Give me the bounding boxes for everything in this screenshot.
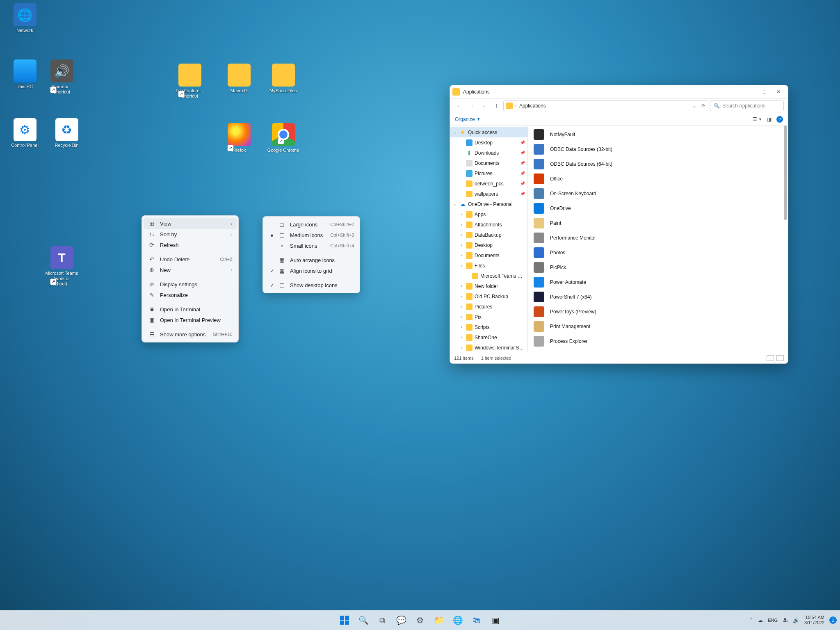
tray-chevron-icon[interactable]: ˄ — [750, 617, 753, 623]
tray-language[interactable]: ENG — [768, 618, 778, 623]
menu-item-new[interactable]: ⊕New› — [144, 265, 237, 275]
file-item-process-explorer[interactable]: Process Explorer — [528, 334, 788, 349]
refresh-button[interactable]: ⟳ — [701, 103, 705, 109]
expand-icon[interactable]: › — [459, 222, 464, 227]
recent-button[interactable]: ⌄ — [479, 100, 489, 111]
tree-item-apps[interactable]: › Apps — [450, 209, 527, 219]
tree-item-between-pcs[interactable]: between_pcs 📌 — [450, 178, 527, 189]
menu-item-personalize[interactable]: ✎Personalize — [144, 290, 237, 300]
desktop-icon-myshare[interactable]: MyShareFiles — [266, 64, 301, 94]
tree-item-quick-access[interactable]: ⌄ ★ Quick access — [450, 127, 527, 137]
file-item-performance-monitor[interactable]: Performance Monitor — [528, 231, 788, 245]
desktop-icon-chrome[interactable]: ↗Google Chrome — [266, 123, 301, 153]
expand-icon[interactable]: › — [459, 243, 464, 247]
tree-item-microsoft-teams-chat-files[interactable]: Microsoft Teams Chat Files — [450, 271, 527, 281]
volume-tray-icon[interactable]: 🔊 — [793, 617, 799, 623]
search-button[interactable]: 🔍 — [355, 612, 372, 628]
desktop-icon-network[interactable]: 🌐Network — [7, 3, 42, 33]
menu-item-small-icons[interactable]: ▫Small iconsCtrl+Shift+4 — [265, 240, 358, 251]
edge-button[interactable]: 🌐 — [450, 612, 466, 628]
tree-item-pix[interactable]: › Pix — [450, 312, 527, 322]
menu-item-open-in-terminal[interactable]: ▣Open in Terminal — [144, 304, 237, 315]
tree-item-old-pc-backup[interactable]: › Old PC Backup — [450, 291, 527, 301]
tree-item-shareone[interactable]: › ShareOne — [450, 332, 527, 342]
expand-icon[interactable]: › — [459, 315, 464, 319]
desktop-icon-thispc[interactable]: This PC — [7, 59, 42, 89]
expand-icon[interactable]: › — [459, 233, 464, 237]
start-button[interactable] — [336, 612, 353, 628]
file-item-photos[interactable]: Photos — [528, 245, 788, 260]
file-item-onedrive[interactable]: OneDrive — [528, 201, 788, 216]
file-item-powertoys-preview-[interactable]: PowerToys (Preview) — [528, 304, 788, 319]
tree-item-documents[interactable]: › Documents — [450, 250, 527, 260]
expand-icon[interactable]: › — [459, 284, 464, 288]
terminal-button[interactable]: ▣ — [487, 612, 504, 628]
file-item-office[interactable]: Office — [528, 171, 788, 186]
menu-item-view[interactable]: ⊞View› — [144, 218, 237, 229]
file-item-print-management[interactable]: Print Management — [528, 319, 788, 334]
tree-item-windows-terminal-settings[interactable]: › Windows Terminal Settings — [450, 342, 527, 353]
expand-icon[interactable]: › — [459, 294, 464, 299]
chevron-down-icon[interactable]: ⌄ — [692, 103, 696, 109]
expand-icon[interactable]: › — [459, 253, 464, 258]
menu-item-display-settings[interactable]: ⎚Display settings — [144, 279, 237, 290]
notification-badge[interactable]: 1 — [829, 616, 837, 624]
store-button[interactable]: 🛍 — [468, 612, 485, 628]
menu-item-auto-arrange-icons[interactable]: ▦Auto arrange icons — [265, 255, 358, 265]
tree-item-databackup[interactable]: › DataBackup — [450, 230, 527, 240]
desktop-icon-recyclebin[interactable]: ♻Recycle Bin — [49, 118, 84, 148]
file-item-notmyfault[interactable]: NotMyFault — [528, 127, 788, 142]
expand-icon[interactable]: ⌄ — [452, 130, 457, 135]
chat-button[interactable]: 💬 — [393, 612, 409, 628]
maximize-button[interactable]: ◻ — [758, 87, 772, 97]
file-item-paint[interactable]: Paint — [528, 216, 788, 231]
details-view-button[interactable] — [767, 355, 774, 361]
menu-item-open-in-terminal-preview[interactable]: ▣Open in Terminal Preview — [144, 315, 237, 325]
file-item-picpick[interactable]: PicPick — [528, 260, 788, 275]
menu-item-undo-delete[interactable]: ↶Undo DeleteCtrl+Z — [144, 254, 237, 265]
menu-item-show-more-options[interactable]: ☰Show more optionsShift+F10 — [144, 329, 237, 340]
organize-button[interactable]: Organize ▼ — [455, 116, 481, 122]
menu-item-sort-by[interactable]: ↑↓Sort by› — [144, 229, 237, 240]
desktop-icon-narrator[interactable]: 🔊↗Narrator - Shortcut — [44, 59, 79, 95]
desktop-icon-firefox[interactable]: ↗Firefox — [221, 123, 256, 153]
titlebar[interactable]: Applications — ◻ ✕ — [450, 85, 788, 98]
tree-item-downloads[interactable]: ⬇ Downloads 📌 — [450, 148, 527, 158]
tree-item-documents[interactable]: Documents 📌 — [450, 158, 527, 168]
menu-item-large-icons[interactable]: ◻Large iconsCtrl+Shift+2 — [265, 219, 358, 230]
up-button[interactable]: ↑ — [491, 100, 502, 111]
search-input[interactable]: 🔍 Search Applications — [710, 100, 784, 111]
expand-icon[interactable]: › — [459, 325, 464, 329]
onedrive-tray-icon[interactable]: ☁ — [758, 617, 763, 623]
file-item-power-automate[interactable]: Power Automate — [528, 275, 788, 290]
taskbar-clock[interactable]: 10:54 AM 3/11/2022 — [804, 615, 824, 625]
tree-item-desktop[interactable]: Desktop 📌 — [450, 137, 527, 148]
menu-item-refresh[interactable]: ⟳Refresh — [144, 240, 237, 250]
thumbnails-view-button[interactable] — [776, 355, 784, 361]
scrollbar[interactable] — [784, 126, 787, 353]
tree-item-pictures[interactable]: Pictures 📌 — [450, 168, 527, 178]
tree-item-desktop[interactable]: › Desktop — [450, 240, 527, 250]
tree-item-scripts[interactable]: › Scripts — [450, 322, 527, 332]
tree-item-pictures[interactable]: › Pictures — [450, 301, 527, 312]
file-item-odbc-data-sources-32-bit-[interactable]: ODBC Data Sources (32-bit) — [528, 142, 788, 157]
breadcrumb-item[interactable]: Applications — [519, 103, 546, 109]
network-tray-icon[interactable]: 🖧 — [783, 617, 788, 623]
help-icon[interactable]: ? — [776, 116, 783, 123]
expand-icon[interactable]: ⌄ — [452, 202, 457, 206]
back-button[interactable]: ← — [454, 100, 465, 111]
settings-button[interactable]: ⚙ — [412, 612, 428, 628]
menu-item-align-icons-to-grid[interactable]: ✓▦Align icons to grid — [265, 265, 358, 276]
explorer-button[interactable]: 📁 — [431, 612, 447, 628]
desktop-icon-controlpanel[interactable]: ⚙Control Panel — [7, 118, 42, 148]
desktop-icon-teams[interactable]: T↗Microsoft Teams (work or school)... — [44, 246, 79, 287]
address-bar[interactable]: › Applications ⌄ ⟳ — [503, 100, 708, 111]
menu-item-medium-icons[interactable]: ●◫Medium iconsCtrl+Shift+3 — [265, 230, 358, 240]
desktop-icon-macroh[interactable]: Macro H — [221, 64, 256, 94]
close-button[interactable]: ✕ — [772, 87, 785, 97]
preview-pane-button[interactable]: ◨ — [767, 116, 772, 122]
expand-icon[interactable]: › — [459, 345, 464, 350]
expand-icon[interactable]: › — [459, 263, 464, 268]
forward-button[interactable]: → — [466, 100, 477, 111]
desktop-icon-fileexplorer[interactable]: ↗File Explorer - Shortcut — [172, 64, 207, 99]
